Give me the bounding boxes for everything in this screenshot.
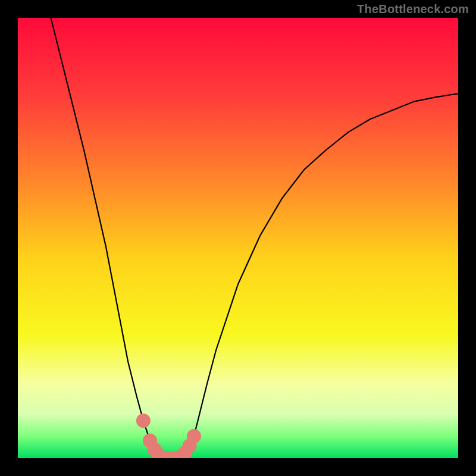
highlight-marker — [136, 414, 151, 428]
attribution-text: TheBottleneck.com — [357, 2, 469, 16]
gradient-background — [18, 18, 458, 458]
chart-svg — [18, 18, 458, 458]
chart-plot-area — [18, 18, 458, 458]
highlight-marker — [187, 429, 201, 443]
chart-frame: TheBottleneck.com — [0, 0, 476, 476]
